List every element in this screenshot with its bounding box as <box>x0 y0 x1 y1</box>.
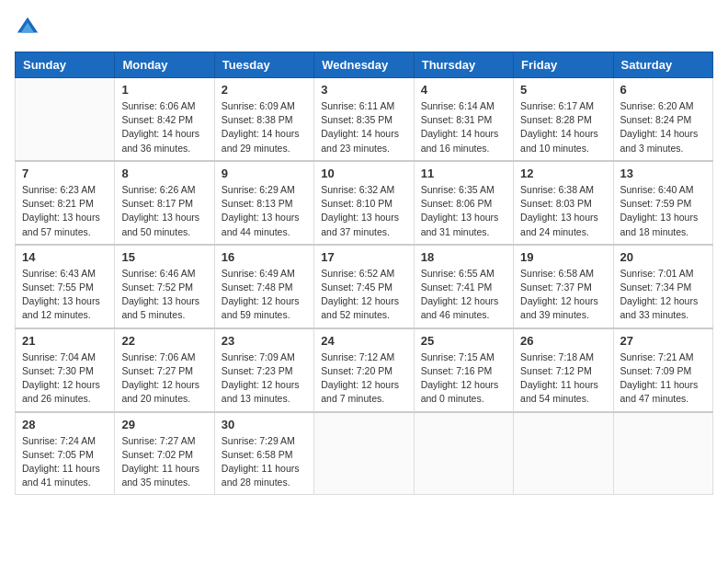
calendar-cell: 18Sunrise: 6:55 AM Sunset: 7:41 PM Dayli… <box>414 245 513 328</box>
calendar-cell: 28Sunrise: 7:24 AM Sunset: 7:05 PM Dayli… <box>16 412 115 495</box>
day-number: 15 <box>121 250 207 264</box>
header-sunday: Sunday <box>16 52 115 78</box>
logo-icon <box>15 15 40 40</box>
day-info: Sunrise: 7:15 AM Sunset: 7:16 PM Dayligh… <box>421 350 506 407</box>
day-info: Sunrise: 7:12 AM Sunset: 7:20 PM Dayligh… <box>321 350 406 407</box>
day-info: Sunrise: 6:32 AM Sunset: 8:10 PM Dayligh… <box>321 183 406 239</box>
day-info: Sunrise: 6:20 AM Sunset: 8:24 PM Dayligh… <box>620 99 706 155</box>
calendar-cell: 5Sunrise: 6:17 AM Sunset: 8:28 PM Daylig… <box>514 78 613 161</box>
day-info: Sunrise: 6:17 AM Sunset: 8:28 PM Dayligh… <box>520 99 606 155</box>
day-number: 9 <box>222 167 307 180</box>
calendar-cell: 6Sunrise: 6:20 AM Sunset: 8:24 PM Daylig… <box>613 78 712 161</box>
calendar-cell: 15Sunrise: 6:46 AM Sunset: 7:52 PM Dayli… <box>115 245 214 328</box>
header-friday: Friday <box>514 52 613 78</box>
calendar-cell: 26Sunrise: 7:18 AM Sunset: 7:12 PM Dayli… <box>514 328 613 412</box>
day-number: 6 <box>620 83 706 97</box>
calendar-cell: 3Sunrise: 6:11 AM Sunset: 8:35 PM Daylig… <box>314 78 414 161</box>
calendar-cell: 30Sunrise: 7:29 AM Sunset: 6:58 PM Dayli… <box>214 412 313 495</box>
day-info: Sunrise: 6:35 AM Sunset: 8:06 PM Dayligh… <box>421 183 506 239</box>
day-number: 26 <box>520 334 606 348</box>
day-number: 8 <box>121 167 207 180</box>
week-row-0: 1Sunrise: 6:06 AM Sunset: 8:42 PM Daylig… <box>16 78 713 161</box>
day-info: Sunrise: 6:29 AM Sunset: 8:13 PM Dayligh… <box>222 183 307 239</box>
day-number: 10 <box>321 167 406 180</box>
week-row-4: 28Sunrise: 7:24 AM Sunset: 7:05 PM Dayli… <box>16 412 713 495</box>
day-number: 1 <box>121 83 207 97</box>
day-number: 16 <box>222 250 307 264</box>
day-info: Sunrise: 7:01 AM Sunset: 7:34 PM Dayligh… <box>620 267 706 323</box>
calendar-cell: 11Sunrise: 6:35 AM Sunset: 8:06 PM Dayli… <box>414 161 513 245</box>
calendar-cell: 7Sunrise: 6:23 AM Sunset: 8:21 PM Daylig… <box>16 161 115 245</box>
day-number: 19 <box>520 250 606 264</box>
day-number: 5 <box>520 83 606 97</box>
calendar-cell: 12Sunrise: 6:38 AM Sunset: 8:03 PM Dayli… <box>514 161 613 245</box>
calendar-table: SundayMondayTuesdayWednesdayThursdayFrid… <box>15 52 713 495</box>
day-number: 17 <box>321 250 406 264</box>
day-number: 7 <box>22 167 108 180</box>
day-info: Sunrise: 6:11 AM Sunset: 8:35 PM Dayligh… <box>321 99 406 155</box>
day-number: 18 <box>421 250 506 264</box>
day-number: 28 <box>22 418 108 431</box>
day-info: Sunrise: 7:09 AM Sunset: 7:23 PM Dayligh… <box>222 350 307 407</box>
calendar-cell: 10Sunrise: 6:32 AM Sunset: 8:10 PM Dayli… <box>314 161 414 245</box>
calendar-cell: 9Sunrise: 6:29 AM Sunset: 8:13 PM Daylig… <box>214 161 313 245</box>
calendar-cell: 27Sunrise: 7:21 AM Sunset: 7:09 PM Dayli… <box>613 328 712 412</box>
calendar-cell <box>314 412 414 495</box>
day-number: 20 <box>620 250 706 264</box>
day-number: 14 <box>22 250 108 264</box>
page-header <box>15 15 713 40</box>
day-number: 3 <box>321 83 406 97</box>
day-number: 22 <box>121 334 207 348</box>
week-row-2: 14Sunrise: 6:43 AM Sunset: 7:55 PM Dayli… <box>16 245 713 328</box>
day-number: 11 <box>421 167 506 180</box>
day-number: 30 <box>222 418 307 431</box>
week-row-1: 7Sunrise: 6:23 AM Sunset: 8:21 PM Daylig… <box>16 161 713 245</box>
day-info: Sunrise: 6:43 AM Sunset: 7:55 PM Dayligh… <box>22 267 108 323</box>
calendar-cell: 29Sunrise: 7:27 AM Sunset: 7:02 PM Dayli… <box>115 412 214 495</box>
day-info: Sunrise: 6:52 AM Sunset: 7:45 PM Dayligh… <box>321 267 406 323</box>
header-saturday: Saturday <box>613 52 712 78</box>
day-info: Sunrise: 6:58 AM Sunset: 7:37 PM Dayligh… <box>520 267 606 323</box>
calendar-cell: 21Sunrise: 7:04 AM Sunset: 7:30 PM Dayli… <box>16 328 115 412</box>
day-info: Sunrise: 6:14 AM Sunset: 8:31 PM Dayligh… <box>421 99 506 155</box>
day-info: Sunrise: 6:49 AM Sunset: 7:48 PM Dayligh… <box>222 267 307 323</box>
calendar-cell: 19Sunrise: 6:58 AM Sunset: 7:37 PM Dayli… <box>514 245 613 328</box>
calendar-cell <box>613 412 712 495</box>
header-wednesday: Wednesday <box>314 52 414 78</box>
week-row-3: 21Sunrise: 7:04 AM Sunset: 7:30 PM Dayli… <box>16 328 713 412</box>
day-number: 21 <box>22 334 108 348</box>
day-info: Sunrise: 6:40 AM Sunset: 7:59 PM Dayligh… <box>620 183 706 239</box>
calendar-cell: 24Sunrise: 7:12 AM Sunset: 7:20 PM Dayli… <box>314 328 414 412</box>
calendar-cell: 14Sunrise: 6:43 AM Sunset: 7:55 PM Dayli… <box>16 245 115 328</box>
calendar-cell: 22Sunrise: 7:06 AM Sunset: 7:27 PM Dayli… <box>115 328 214 412</box>
day-info: Sunrise: 7:06 AM Sunset: 7:27 PM Dayligh… <box>121 350 207 407</box>
logo <box>15 15 44 40</box>
day-number: 23 <box>222 334 307 348</box>
day-info: Sunrise: 7:29 AM Sunset: 6:58 PM Dayligh… <box>222 434 307 490</box>
calendar-cell: 23Sunrise: 7:09 AM Sunset: 7:23 PM Dayli… <box>214 328 313 412</box>
day-info: Sunrise: 7:21 AM Sunset: 7:09 PM Dayligh… <box>620 350 706 407</box>
day-info: Sunrise: 6:38 AM Sunset: 8:03 PM Dayligh… <box>520 183 606 239</box>
header-monday: Monday <box>115 52 214 78</box>
day-number: 13 <box>620 167 706 180</box>
calendar-cell: 17Sunrise: 6:52 AM Sunset: 7:45 PM Dayli… <box>314 245 414 328</box>
calendar-cell <box>514 412 613 495</box>
calendar-header-row: SundayMondayTuesdayWednesdayThursdayFrid… <box>16 52 713 78</box>
calendar-cell: 8Sunrise: 6:26 AM Sunset: 8:17 PM Daylig… <box>115 161 214 245</box>
day-info: Sunrise: 7:24 AM Sunset: 7:05 PM Dayligh… <box>22 434 108 490</box>
day-info: Sunrise: 6:26 AM Sunset: 8:17 PM Dayligh… <box>121 183 207 239</box>
calendar-cell: 2Sunrise: 6:09 AM Sunset: 8:38 PM Daylig… <box>214 78 313 161</box>
calendar-cell: 4Sunrise: 6:14 AM Sunset: 8:31 PM Daylig… <box>414 78 513 161</box>
day-number: 27 <box>620 334 706 348</box>
day-info: Sunrise: 6:06 AM Sunset: 8:42 PM Dayligh… <box>121 99 207 155</box>
day-info: Sunrise: 6:55 AM Sunset: 7:41 PM Dayligh… <box>421 267 506 323</box>
day-info: Sunrise: 6:23 AM Sunset: 8:21 PM Dayligh… <box>22 183 108 239</box>
day-number: 25 <box>421 334 506 348</box>
header-tuesday: Tuesday <box>214 52 313 78</box>
day-number: 29 <box>121 418 207 431</box>
day-number: 4 <box>421 83 506 97</box>
calendar-cell <box>414 412 513 495</box>
day-info: Sunrise: 6:46 AM Sunset: 7:52 PM Dayligh… <box>121 267 207 323</box>
day-number: 12 <box>520 167 606 180</box>
calendar-cell: 25Sunrise: 7:15 AM Sunset: 7:16 PM Dayli… <box>414 328 513 412</box>
